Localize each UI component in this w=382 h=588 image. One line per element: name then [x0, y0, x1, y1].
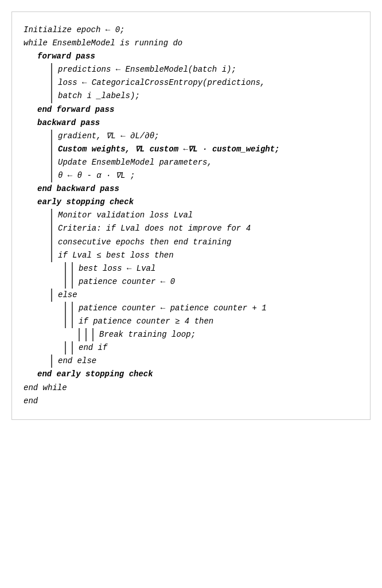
code-line: gradient, ∇L ← ∂L/∂θ; [24, 130, 358, 143]
code-line: if Lval ≤ best loss then [24, 249, 358, 262]
code-line: predictions ← EnsembleModel(batch i); [24, 63, 358, 76]
line-text: else [58, 289, 77, 302]
vertical-bar [51, 355, 52, 368]
code-line: Initialize epoch ← 0; [24, 24, 358, 37]
code-line: Break training loop; [24, 328, 358, 341]
code-block: Initialize epoch ← 0;while EnsembleModel… [11, 11, 371, 420]
vertical-bar-inner [72, 302, 73, 315]
code-line: Update EnsembleModel parameters, [24, 156, 358, 169]
code-line: patience counter ← patience counter + 1 [24, 302, 358, 315]
line-text: end backward pass [37, 182, 119, 196]
code-line: Criteria: if Lval does not improve for 4 [24, 222, 358, 235]
vertical-bar [51, 130, 52, 143]
line-text: end while [24, 381, 67, 395]
line-text: end early stopping check [37, 368, 153, 381]
line-text: end else [58, 355, 96, 368]
code-line: end forward pass [24, 103, 358, 116]
line-text: patience counter ← patience counter + 1 [79, 302, 267, 315]
vertical-bar [51, 169, 52, 182]
line-text: forward pass [37, 50, 95, 63]
code-line: end [24, 395, 358, 408]
line-text: Monitor validation loss Lval [58, 209, 193, 222]
vertical-bar [65, 262, 66, 275]
code-line: end else [24, 355, 358, 368]
code-line: Custom weights, ∇L custom ←∇L · custom_w… [24, 143, 358, 156]
code-line: patience counter ← 0 [24, 275, 358, 289]
vertical-bar [51, 63, 52, 76]
line-text: end [24, 395, 38, 408]
vertical-bar [51, 143, 52, 156]
line-text: Initialize epoch ← 0; [24, 24, 124, 37]
line-text: backward pass [37, 116, 100, 130]
line-text: gradient, ∇L ← ∂L/∂θ; [58, 130, 159, 143]
code-line: else [24, 289, 358, 302]
code-line: end if [24, 341, 358, 355]
code-line: consecutive epochs then end training [24, 236, 358, 249]
code-line: backward pass [24, 116, 358, 130]
code-line: loss ← CategoricalCrossEntropy(predictio… [24, 76, 358, 89]
line-text: early stopping check [37, 196, 134, 209]
code-line: best loss ← Lval [24, 262, 358, 275]
line-text: end forward pass [37, 103, 114, 116]
code-line: end early stopping check [24, 368, 358, 381]
line-text: while EnsembleModel is running do [24, 37, 182, 50]
line-text: consecutive epochs then end training [58, 236, 231, 249]
line-text: Update EnsembleModel parameters, [58, 156, 212, 169]
vertical-bar-inner [72, 262, 73, 275]
line-text: Custom weights, ∇L custom ←∇L · custom_w… [58, 143, 280, 156]
vertical-bar-inner2 [92, 328, 93, 341]
line-text: end if [79, 341, 107, 355]
line-text: if patience counter ≥ 4 then [79, 315, 213, 328]
code-line: batch i _labels); [24, 89, 358, 103]
vertical-bar [65, 341, 66, 355]
vertical-bar-inner [72, 341, 73, 355]
vertical-bar [79, 328, 80, 341]
vertical-bar [51, 156, 52, 169]
vertical-bar [51, 76, 52, 89]
line-text: Break training loop; [99, 328, 196, 341]
vertical-bar [51, 249, 52, 262]
code-line: θ ← θ - α · ∇L ; [24, 169, 358, 182]
line-text: best loss ← Lval [79, 262, 155, 275]
code-line: if patience counter ≥ 4 then [24, 315, 358, 328]
line-text: if Lval ≤ best loss then [58, 249, 174, 262]
vertical-bar [51, 89, 52, 103]
vertical-bar [51, 209, 52, 222]
code-line: end backward pass [24, 182, 358, 196]
code-line: Monitor validation loss Lval [24, 209, 358, 222]
vertical-bar-inner [85, 328, 87, 341]
line-text: patience counter ← 0 [79, 275, 175, 289]
code-line: end while [24, 381, 358, 395]
vertical-bar [65, 302, 66, 315]
line-text: θ ← θ - α · ∇L ; [58, 169, 135, 182]
vertical-bar [65, 315, 66, 328]
code-line: while EnsembleModel is running do [24, 37, 358, 50]
vertical-bar [51, 236, 52, 249]
vertical-bar [51, 222, 52, 235]
vertical-bar-inner [72, 275, 73, 289]
line-text: Criteria: if Lval does not improve for 4 [58, 222, 251, 235]
line-text: batch i _labels); [58, 89, 140, 103]
vertical-bar-inner [72, 315, 73, 328]
code-line: early stopping check [24, 196, 358, 209]
code-line: forward pass [24, 50, 358, 63]
line-text: loss ← CategoricalCrossEntropy(predictio… [58, 76, 265, 89]
vertical-bar [65, 275, 66, 289]
vertical-bar [51, 289, 52, 302]
line-text: predictions ← EnsembleModel(batch i); [58, 63, 236, 76]
